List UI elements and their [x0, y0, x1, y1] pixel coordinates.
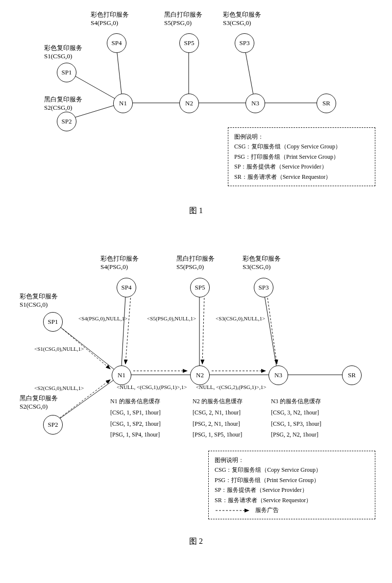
n1-cache-row: [CSG, 1, SP2, 1hour]	[110, 418, 161, 430]
page: { "fig1": { "nodes": { "SP1": "SP1", "SP…	[0, 0, 392, 583]
n2-cache-title: N2 的服务信息缓存	[193, 396, 243, 407]
n3-cache: N3 的服务信息缓存 [CSG, 3, N2, 1hour] [CSG, 1, …	[271, 396, 321, 440]
edge-label-sp3: <S3(CSG,0),NULL,1>	[216, 315, 265, 322]
node-sr: SR	[317, 94, 336, 113]
node-n3: N3	[245, 94, 265, 113]
svg-line-18	[125, 294, 131, 364]
label-sp1-service: 彩色复印服务S1(CSG,0)	[20, 292, 58, 309]
n3-cache-row: [CSG, 1, SP3, 1hour]	[271, 418, 321, 430]
legend-psg: PSG：打印服务组（Print Service Group）	[234, 152, 369, 162]
node-n1: N1	[112, 365, 131, 385]
n1-cache: N1 的服务信息缓存 [CSG, 1, SP1, 1hour] [CSG, 1,…	[110, 396, 161, 440]
figure-2: 彩色打印服务S4(PSG,0) 黑白打印服务S5(PSG,0) 彩色复印服务S3…	[0, 247, 392, 581]
edge-label-n2n3: <NULL, <(CSG,2),(PSG,1)>,1>	[196, 384, 266, 390]
label-sp4-service: 彩色打印服务S4(PSG,0)	[91, 11, 129, 27]
n1-cache-title: N1 的服务信息缓存	[110, 396, 161, 407]
legend-csg: CSG：复印服务组（Copy Service Group）	[234, 142, 369, 151]
node-sp1: SP1	[43, 312, 63, 332]
node-sp3: SP3	[235, 33, 254, 53]
svg-line-20	[267, 294, 277, 364]
edge-label-n1n2: <NULL, <(CSG,1),(PSG,1)>,1>	[117, 384, 187, 390]
n3-cache-row: [CSG, 3, N2, 1hour]	[271, 407, 321, 418]
label-sp2-service: 黑白复印服务S2(CSG,0)	[20, 394, 58, 411]
node-sp5: SP5	[179, 33, 199, 53]
n1-cache-row: [CSG, 1, SP1, 1hour]	[110, 407, 161, 418]
node-sp1: SP1	[57, 63, 76, 82]
legend-arrow-icon	[215, 508, 254, 513]
edge-label-sp4: <S4(PSG,0),NULL,1>	[78, 315, 127, 322]
edge-label-sp5: <S5(PSG,0),NULL,1>	[147, 315, 196, 322]
figure-1: 彩色打印服务S4(PSG,0) 黑白打印服务S5(PSG,0) 彩色复印服务S3…	[0, 0, 392, 235]
legend-arrow-row: 服务广告	[215, 505, 369, 515]
node-n3: N3	[269, 365, 288, 385]
label-sp4-service: 彩色打印服务S4(PSG,0)	[100, 255, 139, 271]
edge-label-sp1: <S1(CSG,0),NULL,1>	[34, 345, 84, 352]
n3-cache-title: N3 的服务信息缓存	[271, 396, 321, 407]
edge-label-sp2: <S2(CSG,0),NULL,1>	[34, 385, 84, 391]
node-n2: N2	[190, 365, 210, 385]
node-n2: N2	[179, 94, 199, 113]
svg-line-19	[202, 294, 204, 364]
node-sp2: SP2	[57, 112, 76, 131]
node-sp4: SP4	[117, 278, 136, 297]
label-sp3-service: 彩色复印服务S3(CSG,0)	[243, 255, 281, 271]
n2-cache: N2 的服务信息缓存 [CSG, 2, N1, 1hour] [PSG, 2, …	[193, 396, 243, 440]
label-sp5-service: 黑白打印服务S5(PSG,0)	[164, 11, 202, 27]
legend-psg: PSG：打印服务组（Print Service Group）	[215, 475, 369, 485]
legend-sr: SR：服务请求者（Service Requestor）	[215, 495, 369, 505]
svg-line-14	[263, 288, 278, 375]
n1-cache-row: [PSG, 1, SP4, 1hour]	[110, 429, 161, 440]
n2-cache-row: [PSG, 2, N1, 1hour]	[193, 418, 243, 430]
label-sp3-service: 彩色复印服务S3(CSG,0)	[223, 11, 261, 27]
n2-cache-row: [CSG, 2, N1, 1hour]	[193, 407, 243, 418]
legend-sp: SP：服务提供者（Service Provider）	[215, 485, 369, 495]
legend-title: 图例说明：	[215, 455, 369, 465]
figure-1-legend: 图例说明： CSG：复印服务组（Copy Service Group） PSG：…	[228, 127, 375, 186]
node-sp4: SP4	[107, 33, 126, 53]
legend-arrow-label: 服务广告	[255, 507, 279, 513]
n2-cache-row: [PSG, 1, SP5, 1hour]	[193, 429, 243, 440]
label-sp5-service: 黑白打印服务S5(PSG,0)	[176, 255, 215, 271]
node-sp3: SP3	[254, 278, 273, 297]
node-sp5: SP5	[190, 278, 210, 297]
node-n1: N1	[113, 94, 133, 113]
svg-line-10	[121, 288, 126, 375]
legend-sr: SR：服务请求者（Service Requestor）	[234, 172, 369, 182]
legend-title: 图例说明：	[234, 132, 369, 142]
node-sr: SR	[342, 365, 362, 385]
legend-sp: SP：服务提供者（Service Provider）	[234, 162, 369, 171]
figure-2-legend: 图例说明： CSG：复印服务组（Copy Service Group） PSG：…	[208, 451, 375, 519]
label-sp1-service: 彩色复印服务S1(CSG,0)	[44, 44, 82, 61]
node-sp2: SP2	[43, 415, 63, 435]
label-sp2-service: 黑白复印服务S2(CSG,0)	[44, 96, 82, 112]
n3-cache-row: [PSG, 2, N2, 1hour]	[271, 429, 321, 440]
legend-csg: CSG：复印服务组（Copy Service Group）	[215, 465, 369, 475]
